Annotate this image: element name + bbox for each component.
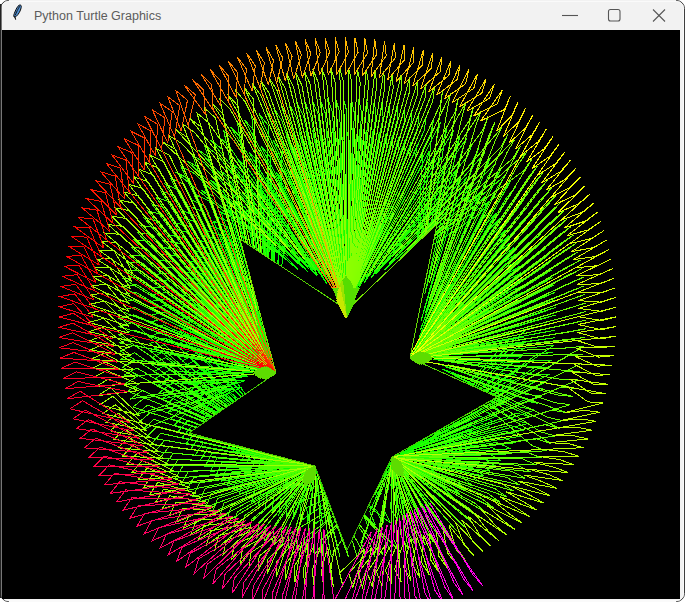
svg-text:Python Turtle Graphics: Python Turtle Graphics xyxy=(34,9,161,23)
